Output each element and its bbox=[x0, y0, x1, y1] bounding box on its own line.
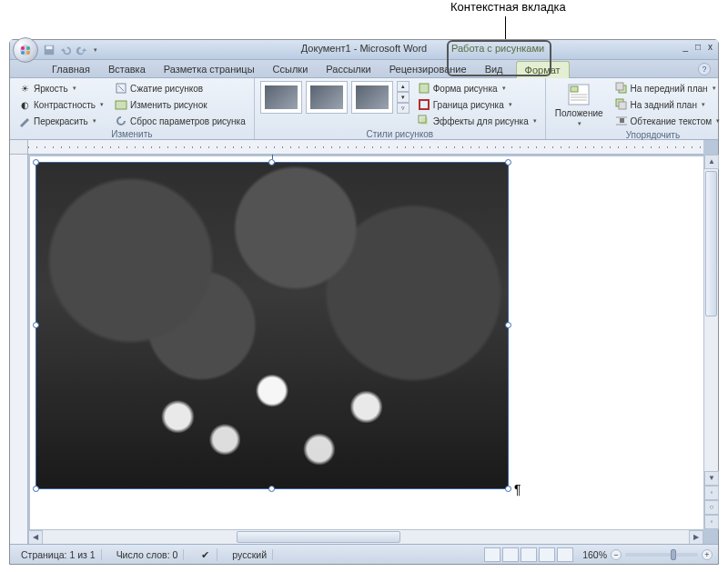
recolor-button[interactable]: Перекрасить▾ bbox=[15, 114, 106, 128]
undo-icon[interactable] bbox=[59, 44, 72, 56]
recolor-label: Перекрасить bbox=[34, 116, 88, 126]
position-icon bbox=[567, 83, 591, 106]
maximize-button[interactable]: □ bbox=[695, 43, 701, 52]
svg-rect-14 bbox=[571, 86, 578, 92]
style-thumb-2[interactable] bbox=[306, 81, 348, 114]
app-window: ▾ Документ1 - Microsoft Word Работа с ри… bbox=[9, 39, 719, 565]
brightness-button[interactable]: ☀Яркость▾ bbox=[15, 81, 106, 95]
text-wrap-button[interactable]: Обтекание текстом▾ bbox=[612, 114, 723, 128]
position-button[interactable]: Положение▾ bbox=[551, 81, 607, 129]
resize-handle-e[interactable] bbox=[505, 322, 511, 328]
status-page[interactable]: Страница: 1 из 1 bbox=[15, 549, 102, 560]
window-buttons: _ □ x bbox=[682, 43, 713, 52]
picture-effects-label: Эффекты для рисунка bbox=[433, 116, 529, 126]
next-page-button[interactable]: ◦ bbox=[704, 515, 719, 529]
tab-references[interactable]: Ссылки bbox=[264, 60, 318, 77]
resize-handle-n[interactable] bbox=[268, 159, 275, 166]
status-word-count[interactable]: Число слов: 0 bbox=[111, 549, 185, 560]
vertical-ruler[interactable] bbox=[10, 155, 28, 544]
prev-page-button[interactable]: ◦ bbox=[704, 486, 719, 500]
text-wrap-icon bbox=[615, 115, 628, 127]
close-button[interactable]: x bbox=[708, 43, 713, 52]
change-picture-label: Изменить рисунок bbox=[130, 100, 207, 110]
group-arrange: Положение▾ На передний план▾ На задний п… bbox=[546, 78, 728, 139]
scroll-right-button[interactable]: ▶ bbox=[689, 530, 703, 545]
tab-format[interactable]: Формат bbox=[516, 61, 570, 78]
picture-shape-button[interactable]: Форма рисунка▾ bbox=[415, 81, 540, 95]
picture-effects-icon bbox=[418, 115, 430, 127]
tab-insert[interactable]: Вставка bbox=[99, 60, 155, 77]
horizontal-ruler[interactable] bbox=[28, 140, 703, 155]
change-picture-button[interactable]: Изменить рисунок bbox=[112, 97, 248, 112]
bring-front-button[interactable]: На передний план▾ bbox=[612, 81, 723, 95]
vscroll-track[interactable] bbox=[704, 169, 718, 471]
reset-picture-button[interactable]: Сброс параметров рисунка bbox=[112, 114, 248, 128]
group-adjust: ☀Яркость▾ ◐Контрастность▾ Перекрасить▾ С… bbox=[10, 78, 255, 139]
status-bar: Страница: 1 из 1 Число слов: 0 ✔ русский… bbox=[10, 544, 718, 564]
tab-page-layout[interactable]: Разметка страницы bbox=[155, 60, 264, 77]
office-button[interactable] bbox=[13, 37, 38, 63]
view-print-layout[interactable] bbox=[484, 547, 500, 562]
horizontal-scrollbar[interactable]: ◀ ▶ bbox=[28, 529, 703, 544]
status-language[interactable]: русский bbox=[227, 549, 273, 560]
resize-handle-se[interactable] bbox=[505, 486, 511, 492]
zoom-slider[interactable] bbox=[625, 553, 698, 557]
help-button[interactable]: ? bbox=[698, 63, 711, 75]
resize-handle-w[interactable] bbox=[33, 322, 39, 328]
zoom-in-button[interactable]: + bbox=[702, 549, 713, 560]
picture-border-icon bbox=[418, 98, 430, 111]
vertical-scrollbar[interactable]: ▲ ▼ ◦ ○ ◦ bbox=[703, 155, 718, 529]
tab-review[interactable]: Рецензирование bbox=[380, 60, 476, 77]
send-back-button[interactable]: На задний план▾ bbox=[612, 97, 723, 112]
brightness-label: Яркость bbox=[34, 84, 68, 94]
text-wrap-label: Обтекание текстом bbox=[631, 116, 713, 126]
picture-shape-icon bbox=[418, 82, 430, 95]
view-web-layout[interactable] bbox=[521, 547, 537, 562]
redo-icon[interactable] bbox=[76, 44, 88, 56]
contrast-button[interactable]: ◐Контрастность▾ bbox=[15, 97, 106, 112]
style-thumb-3[interactable] bbox=[351, 81, 393, 114]
gallery-spinner[interactable]: ▴▾▿ bbox=[397, 81, 410, 114]
group-picture-styles: ▴▾▿ Форма рисунка▾ Граница рисунка▾ Эффе… bbox=[255, 78, 546, 139]
style-thumb-1[interactable] bbox=[260, 81, 302, 114]
qat-dropdown-icon[interactable]: ▾ bbox=[94, 46, 97, 54]
svg-rect-19 bbox=[616, 83, 623, 90]
hscroll-track[interactable] bbox=[43, 530, 689, 544]
tab-mailings[interactable]: Рассылки bbox=[317, 60, 379, 77]
zoom-out-button[interactable]: − bbox=[611, 549, 622, 560]
view-outline[interactable] bbox=[539, 547, 555, 562]
vscroll-thumb[interactable] bbox=[705, 171, 717, 316]
ruler-corner bbox=[10, 140, 28, 155]
group-adjust-label: Изменить bbox=[15, 129, 248, 139]
view-draft[interactable] bbox=[557, 547, 573, 562]
status-spellcheck[interactable]: ✔ bbox=[193, 548, 217, 561]
zoom-level[interactable]: 160% bbox=[582, 549, 607, 560]
selected-picture[interactable] bbox=[35, 162, 509, 489]
picture-effects-button[interactable]: Эффекты для рисунка▾ bbox=[415, 114, 540, 128]
save-icon[interactable] bbox=[43, 44, 56, 56]
compress-button[interactable]: Сжатие рисунков bbox=[112, 81, 248, 95]
view-buttons bbox=[484, 547, 573, 562]
svg-rect-9 bbox=[420, 84, 429, 93]
spellcheck-icon: ✔ bbox=[198, 548, 211, 561]
tab-view[interactable]: Вид bbox=[476, 60, 512, 77]
resize-handle-s[interactable] bbox=[268, 486, 275, 492]
picture-border-button[interactable]: Граница рисунка▾ bbox=[415, 97, 540, 112]
minimize-button[interactable]: _ bbox=[682, 43, 688, 52]
send-back-label: На задний план bbox=[631, 100, 697, 110]
svg-point-4 bbox=[26, 51, 30, 55]
resize-handle-sw[interactable] bbox=[33, 486, 39, 492]
view-full-reading[interactable] bbox=[502, 547, 519, 562]
callout-label: Контекстная вкладка bbox=[450, 0, 566, 14]
scroll-left-button[interactable]: ◀ bbox=[28, 530, 43, 545]
scroll-down-button[interactable]: ▼ bbox=[704, 471, 719, 486]
hscroll-thumb[interactable] bbox=[237, 531, 400, 543]
browse-object-button[interactable]: ○ bbox=[704, 500, 719, 515]
page-viewport[interactable]: ¶ bbox=[28, 155, 703, 529]
resize-handle-nw[interactable] bbox=[33, 159, 39, 166]
zoom-slider-thumb[interactable] bbox=[671, 549, 676, 560]
style-gallery[interactable]: ▴▾▿ bbox=[260, 81, 410, 114]
tab-home[interactable]: Главная bbox=[43, 60, 99, 77]
scroll-up-button[interactable]: ▲ bbox=[704, 155, 719, 169]
resize-handle-ne[interactable] bbox=[505, 159, 511, 166]
